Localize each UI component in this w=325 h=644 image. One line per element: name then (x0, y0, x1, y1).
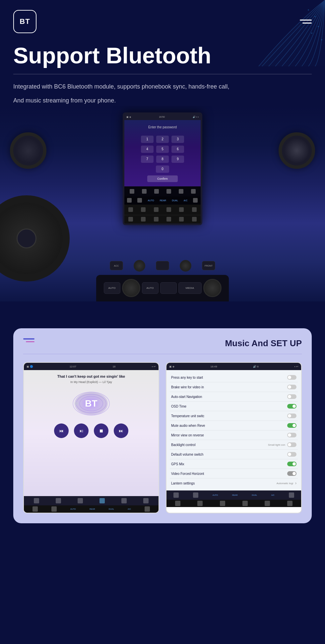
mp-nav-clock[interactable] (78, 498, 83, 503)
toggle-brake-wire[interactable] (287, 385, 296, 389)
ss-nav-icon-5[interactable] (265, 501, 270, 506)
num-9[interactable]: 9 (171, 156, 184, 163)
mp-nav-fan[interactable] (145, 506, 150, 512)
menu-button[interactable] (300, 20, 312, 24)
ss-nav-fan[interactable] (289, 492, 294, 498)
num-2[interactable]: 2 (156, 136, 169, 143)
ctrl-wifi-icon (130, 189, 134, 194)
ss-icons-right: ▪ ↩ (294, 365, 298, 368)
sm-btn-2[interactable] (156, 261, 169, 270)
round-btn-2[interactable] (180, 260, 191, 272)
mp-nav-row1 (24, 496, 159, 505)
screen-content: Enter the password 1 2 3 4 5 6 7 8 9 (124, 120, 201, 186)
menu-line-2 (26, 341, 34, 343)
ss-nav-icon-2[interactable] (197, 501, 203, 506)
mp-track-sub: In My Head (Explicit) — Lil Tjay (28, 380, 155, 384)
controls-row-1 (124, 186, 201, 196)
setting-label-auto-nav: Auto-start Navigation (171, 395, 202, 399)
bt-logo: BT (13, 10, 36, 33)
setting-row-lantern: Lantern settings Automatic logi › (170, 479, 298, 488)
toggle-backlight[interactable] (287, 442, 296, 447)
knob-left[interactable] (122, 279, 140, 297)
mp-nav-power[interactable] (51, 506, 57, 512)
num-0[interactable]: 0 (156, 165, 169, 173)
toggle-osd[interactable] (287, 404, 296, 409)
num-8[interactable]: 8 (156, 156, 169, 163)
num-1[interactable]: 1 (141, 136, 154, 143)
ss-nav-icon-1[interactable] (175, 501, 180, 506)
sm-panel-btn[interactable] (160, 282, 177, 294)
top-bar: BT (0, 0, 325, 40)
toggle-auto-nav[interactable] (287, 394, 296, 399)
mp-nav-music[interactable] (99, 498, 105, 503)
mp-nav-list[interactable] (121, 498, 127, 503)
confirm-button[interactable]: Confirm (147, 175, 178, 182)
ss-nav-icon-4[interactable] (242, 501, 248, 506)
lantern-arrow-icon[interactable]: › (295, 481, 296, 485)
acc-button[interactable]: ACC (110, 261, 123, 270)
round-btn-1[interactable] (134, 260, 145, 272)
mp-nav-settings[interactable] (143, 498, 149, 503)
setting-row-mute: Mute audio when Reve (170, 421, 298, 430)
toggle-volume[interactable] (287, 452, 296, 457)
mp-auto-label: AUTO (70, 508, 76, 510)
toggle-press-key[interactable] (287, 375, 296, 380)
num-4[interactable]: 4 (141, 146, 154, 153)
hero-title: Support Bluetooth (13, 43, 312, 68)
bnav-icon-2 (141, 207, 146, 212)
num-7[interactable]: 7 (141, 156, 154, 163)
ss-rear-label: REAR (232, 494, 238, 496)
knob-right[interactable] (203, 279, 222, 297)
num-3[interactable]: 3 (171, 136, 184, 143)
numpad-zero-row: 0 (156, 165, 169, 173)
mp-forward-button[interactable]: ⏭ (114, 423, 128, 438)
toggle-temp[interactable] (287, 414, 296, 418)
toggle-video[interactable] (287, 471, 296, 476)
head-unit-screen: ▣ ◈ 16:50 🔊 ▪ ▪ Enter the password 1 2 3… (123, 112, 202, 225)
bottom-panel: AUTO AUTO MEDIA (96, 275, 229, 301)
mp-player-body: That I can't keep out got me singin' lik… (24, 370, 159, 496)
hero-desc-line2: And music streaming from your phone. (13, 96, 285, 106)
setting-label-mute: Mute audio when Reve (171, 424, 205, 427)
backlight-note: Small light con (268, 443, 285, 446)
music-player-screen: ▣ 🔵 12:07 18 ▪ ↩ That I can't keep out g… (23, 362, 159, 513)
ss-nav-screen[interactable] (193, 492, 198, 498)
num-6[interactable]: 6 (171, 146, 184, 153)
screen-icons-left: ▣ ◈ (126, 116, 131, 118)
hero-section: BT Support Bluetooth Integrated with BC6… (0, 0, 325, 318)
mp-stop-button[interactable]: ⏹ (94, 423, 108, 438)
sm-btn-3[interactable]: FRONT (202, 261, 215, 270)
setting-label-gps: GPS Mix (171, 462, 184, 466)
colored-menu-icon (23, 338, 34, 342)
hero-content: Support Bluetooth Integrated with BC6 Bl… (0, 40, 325, 106)
mp-icons-right: ▪ ↩ (152, 365, 156, 368)
ctrl-ac-label: A/C (184, 199, 188, 202)
ctrl-screen-icon (142, 189, 147, 194)
mp-bottom-nav: AUTO REAR DUAL A/C (24, 496, 159, 513)
mp-nav-home[interactable] (32, 506, 38, 512)
mp-album-art: BT (71, 390, 111, 417)
toggle-gps[interactable] (287, 462, 296, 466)
ss-nav-row1: AUTO REAR DUAL A/C (166, 490, 301, 500)
auto-button-2[interactable]: AUTO (142, 282, 159, 294)
ss-nav-home[interactable] (173, 492, 179, 498)
page-wrapper: BT Support Bluetooth Integrated with BC6… (0, 0, 325, 644)
auto-button-1[interactable]: AUTO (104, 282, 120, 294)
toggle-mute[interactable] (287, 423, 296, 428)
hamburger-line-1 (300, 20, 312, 21)
ss-nav-icon-3[interactable] (220, 501, 225, 506)
toggle-mirror[interactable] (287, 433, 296, 437)
num-5[interactable]: 5 (156, 146, 169, 153)
mp-bt-label: BT (85, 398, 97, 409)
mp-status-bar: ▣ 🔵 12:07 18 ▪ ↩ (24, 363, 159, 370)
bnav-icon-7 (128, 217, 133, 222)
mp-play-pause-button[interactable]: ⏯ (74, 423, 89, 438)
svg-point-9 (75, 402, 78, 405)
mp-nav-image[interactable] (56, 498, 61, 503)
mp-nav-apps[interactable] (34, 498, 39, 503)
small-buttons-row: ACC FRONT (104, 260, 221, 272)
mp-rewind-button[interactable]: ⏮ (54, 423, 69, 438)
ss-time: 16:49 (211, 365, 217, 368)
media-button[interactable]: MEDIA (178, 282, 202, 294)
ss-nav-icon-6[interactable] (287, 501, 292, 506)
